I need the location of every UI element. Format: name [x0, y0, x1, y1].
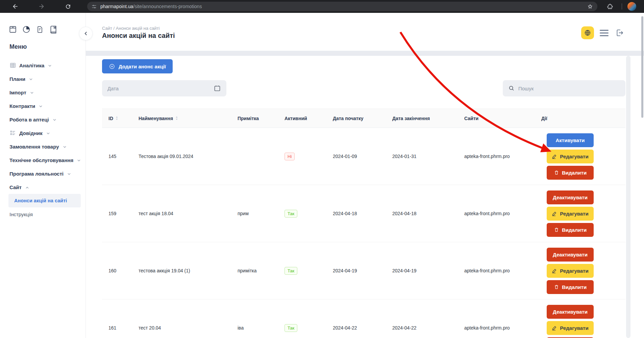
browser-profile-avatar[interactable] — [627, 2, 636, 11]
browser-menu-icon[interactable] — [640, 1, 644, 12]
add-announcement-button[interactable]: Додати анонс акції — [102, 59, 173, 73]
sort-icons[interactable]: ▲▼ — [175, 116, 178, 120]
site-settings-icon[interactable] — [91, 4, 97, 9]
trash-icon — [554, 284, 559, 290]
calendar-icon[interactable] — [214, 85, 221, 92]
edit-button[interactable]: Редагувати — [547, 150, 594, 163]
browser-reload-button[interactable] — [62, 1, 74, 12]
action-button-label: Деактивувати — [553, 252, 588, 257]
deactivate-button[interactable]: Деактивувати — [547, 190, 594, 204]
main-content: Додати анонс акції ID▲▼Найменування▲▼При… — [86, 56, 644, 338]
row-actions: ДеактивуватиРедагуватиВидалити — [547, 305, 625, 338]
sidebar-item-контракти[interactable]: Контракти — [0, 99, 85, 113]
cell-active: Так — [284, 324, 333, 332]
search-input[interactable] — [518, 86, 620, 91]
column-label: Дії — [541, 116, 547, 121]
language-globe-button[interactable] — [581, 26, 594, 39]
sidebar-item-довідник[interactable]: Довідник — [0, 126, 85, 140]
hamburger-menu-icon[interactable] — [598, 28, 610, 38]
address-bar[interactable]: pharmapoint.ua/site/announcements-promot… — [87, 2, 597, 11]
sidebar-item-label: Програма лояльності — [9, 171, 64, 177]
sidebar-item-сайт[interactable]: Сайт — [0, 180, 85, 194]
column-header-id[interactable]: ID▲▼ — [108, 116, 139, 121]
cell-active: Так — [284, 210, 333, 218]
sidebar-item-робота-в-аптеці[interactable]: Робота в аптеці — [0, 113, 85, 126]
archive-box-icon[interactable] — [7, 24, 18, 35]
extensions-icon[interactable] — [604, 1, 616, 12]
table-row-160: 160тестова аккція 19.04 (1)приміткаТак20… — [102, 242, 625, 299]
sidebar-item-технічне-обслуговування[interactable]: Технічне обслуговування — [0, 153, 85, 167]
sidebar-collapse-button[interactable] — [79, 27, 93, 40]
table-header-row: ID▲▼Найменування▲▼ПриміткаАктивнийДата п… — [102, 109, 625, 128]
sidebar-item-замовлення-товару[interactable]: Замовлення товару — [0, 140, 85, 153]
delete-button[interactable]: Видалити — [547, 280, 594, 294]
edit-button[interactable]: Редагувати — [547, 321, 594, 335]
column-header-дата-початку: Дата початку — [333, 116, 392, 121]
column-header-примітка: Примітка — [238, 116, 284, 121]
cell-name: тест 20.04 — [139, 325, 238, 331]
date-filter-input[interactable] — [107, 86, 214, 91]
cell-date-end: 2024-04-19 — [392, 268, 464, 273]
cell-id: 161 — [108, 325, 139, 331]
content-scrollbar[interactable] — [626, 56, 630, 338]
sidebar-menu: АналітикаПланиІмпортКонтрактиРобота в ап… — [0, 59, 85, 221]
cell-date-end: 2024-01-31 — [392, 154, 464, 159]
cell-date-start: 2024-04-18 — [333, 211, 392, 216]
sort-icons[interactable]: ▲▼ — [116, 116, 118, 120]
cell-name: тест акція 18.04 — [139, 211, 238, 216]
header-separator-band — [86, 51, 644, 56]
pencil-icon — [552, 325, 557, 331]
activate-button[interactable]: Активувати — [547, 133, 594, 147]
sidebar-item-програма-лояльності[interactable]: Програма лояльності — [0, 167, 85, 180]
column-header-найменування[interactable]: Найменування▲▼ — [139, 116, 238, 121]
edit-button[interactable]: Редагувати — [547, 207, 594, 221]
book-icon[interactable] — [48, 24, 59, 35]
page-header: Сайт / Анонси акцій на сайті Анонси акці… — [86, 13, 644, 51]
sidebar-item-імпорт[interactable]: Імпорт — [0, 86, 85, 99]
cell-date-start: 2024-01-09 — [333, 154, 392, 159]
globe-icon — [584, 29, 591, 37]
row-actions: ДеактивуватиРедагуватиВидалити — [547, 190, 625, 237]
delete-button[interactable]: Видалити — [547, 166, 594, 180]
date-filter-field[interactable] — [102, 80, 226, 96]
column-header-дії: Дії — [541, 116, 625, 121]
column-label: Найменування — [139, 116, 173, 121]
cell-site: apteka-front.phrm.pro — [464, 325, 541, 331]
table-row-161: 161тест 20.04іваТак2024-04-222024-04-22a… — [102, 299, 625, 338]
pie-chart-icon[interactable] — [21, 24, 32, 35]
sidebar-item-аналітика[interactable]: Аналітика — [0, 59, 85, 72]
column-header-сайти: Сайти — [464, 116, 541, 121]
browser-forward-button[interactable] — [36, 1, 47, 12]
table-row-159: 159тест акція 18.04примТак2024-04-182024… — [102, 185, 625, 242]
document-icon[interactable] — [34, 24, 45, 35]
sidebar-item-instruction[interactable]: Інструкція — [0, 207, 85, 221]
trash-icon — [554, 227, 559, 232]
sidebar-subitem-announcements[interactable]: Анонси акцій на сайті — [8, 194, 81, 207]
deactivate-button[interactable]: Деактивувати — [547, 305, 594, 319]
sidebar-item-label: Плани — [9, 76, 25, 82]
window-scrollbar-thumb[interactable] — [641, 16, 643, 118]
edit-button[interactable]: Редагувати — [547, 264, 594, 278]
active-status-badge: Так — [284, 210, 297, 218]
sidebar-item-label: Робота в аптеці — [9, 117, 49, 122]
header-actions — [581, 26, 625, 39]
cell-date-start: 2024-04-19 — [333, 268, 392, 273]
filter-row — [102, 80, 625, 96]
sidebar-item-плани[interactable]: Плани — [0, 72, 85, 86]
delete-button[interactable]: Видалити — [547, 223, 594, 237]
column-label: Сайти — [464, 116, 478, 121]
table-body: 145Тестова акція 09.01.2024Ні2024-01-092… — [102, 128, 625, 338]
column-label: ID — [108, 116, 113, 121]
column-label: Дата закінчення — [392, 116, 430, 121]
deactivate-button[interactable]: Деактивувати — [547, 248, 594, 262]
bookmark-star-icon[interactable] — [587, 3, 593, 10]
app-window: Меню АналітикаПланиІмпортКонтрактиРобота… — [0, 13, 644, 338]
cell-note: примітка — [238, 268, 284, 273]
cell-note: іва — [238, 325, 284, 331]
browser-back-button[interactable] — [9, 1, 21, 12]
chevron-up-icon — [25, 186, 29, 189]
sidebar-item-label: Довідник — [19, 130, 43, 136]
chevron-down-icon — [30, 91, 34, 95]
logout-icon[interactable] — [614, 27, 625, 38]
search-field[interactable] — [503, 80, 625, 96]
